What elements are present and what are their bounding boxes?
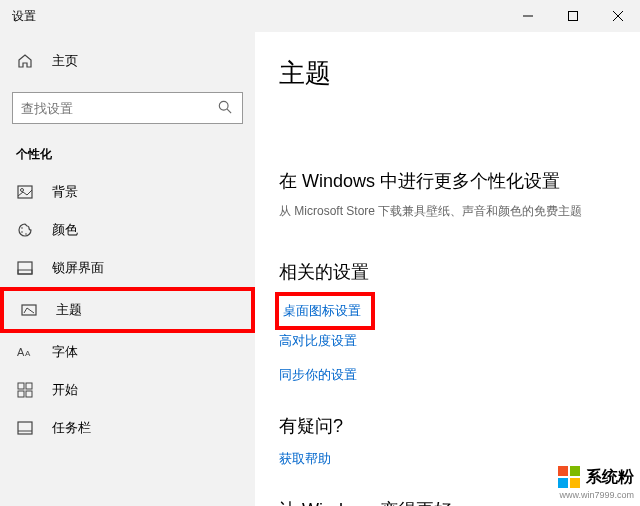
sidebar-item-fonts[interactable]: AA 字体 <box>0 333 255 371</box>
sidebar-item-colors[interactable]: 颜色 <box>0 211 255 249</box>
svg-rect-11 <box>18 262 32 274</box>
svg-line-5 <box>227 109 231 113</box>
close-button[interactable] <box>595 0 640 32</box>
minimize-button[interactable] <box>505 0 550 32</box>
sidebar-item-start[interactable]: 开始 <box>0 371 255 409</box>
sidebar-item-lockscreen[interactable]: 锁屏界面 <box>0 249 255 287</box>
svg-rect-19 <box>26 391 32 397</box>
home-nav[interactable]: 主页 <box>0 44 255 78</box>
category-header: 个性化 <box>0 140 255 173</box>
svg-point-9 <box>21 231 23 233</box>
search-icon <box>218 100 234 116</box>
highlight-desktop-icons: 桌面图标设置 <box>275 292 375 330</box>
svg-text:A: A <box>17 346 25 358</box>
lockscreen-icon <box>16 259 34 277</box>
taskbar-icon <box>16 419 34 437</box>
sidebar-item-label: 颜色 <box>52 221 78 239</box>
font-icon: AA <box>16 343 34 361</box>
link-high-contrast[interactable]: 高对比度设置 <box>279 332 640 350</box>
sidebar-item-taskbar[interactable]: 任务栏 <box>0 409 255 447</box>
sidebar-item-label: 开始 <box>52 381 78 399</box>
sidebar: 主页 个性化 背景 颜色 <box>0 32 255 506</box>
svg-rect-20 <box>18 422 32 434</box>
maximize-button[interactable] <box>550 0 595 32</box>
svg-point-7 <box>21 189 24 192</box>
page-title: 主题 <box>279 56 640 91</box>
svg-rect-18 <box>18 391 24 397</box>
sidebar-item-label: 字体 <box>52 343 78 361</box>
store-section-title: 在 Windows 中进行更多个性化设置 <box>279 169 640 193</box>
home-label: 主页 <box>52 52 78 70</box>
store-section-desc: 从 Microsoft Store 下载兼具壁纸、声音和颜色的免费主题 <box>279 203 640 220</box>
link-sync[interactable]: 同步你的设置 <box>279 366 640 384</box>
theme-icon <box>20 301 38 319</box>
sidebar-item-background[interactable]: 背景 <box>0 173 255 211</box>
svg-rect-12 <box>18 270 32 274</box>
sidebar-item-label: 背景 <box>52 183 78 201</box>
svg-point-10 <box>25 233 27 235</box>
related-section-title: 相关的设置 <box>279 260 640 284</box>
picture-icon <box>16 183 34 201</box>
start-icon <box>16 381 34 399</box>
svg-point-4 <box>219 101 228 110</box>
home-icon <box>16 52 34 70</box>
question-section-title: 有疑问? <box>279 414 640 438</box>
highlight-theme: 主题 <box>0 287 255 333</box>
search-input[interactable] <box>21 101 218 116</box>
link-desktop-icons[interactable]: 桌面图标设置 <box>283 302 361 320</box>
svg-text:A: A <box>25 349 31 358</box>
window-title: 设置 <box>12 8 36 25</box>
watermark-url: www.win7999.com <box>558 490 634 500</box>
main-panel: 主题 在 Windows 中进行更多个性化设置 从 Microsoft Stor… <box>255 32 640 506</box>
svg-rect-1 <box>568 12 577 21</box>
titlebar: 设置 <box>0 0 640 32</box>
window-controls <box>505 0 640 32</box>
palette-icon <box>16 221 34 239</box>
sidebar-item-label: 任务栏 <box>52 419 91 437</box>
search-box[interactable] <box>12 92 243 124</box>
ms-logo-icon <box>558 466 580 488</box>
svg-point-8 <box>21 227 23 229</box>
watermark: 系统粉 www.win7999.com <box>558 466 634 500</box>
sidebar-item-label: 主题 <box>56 301 82 319</box>
sidebar-item-label: 锁屏界面 <box>52 259 104 277</box>
svg-rect-16 <box>18 383 24 389</box>
watermark-text: 系统粉 <box>586 467 634 488</box>
sidebar-item-themes[interactable]: 主题 <box>4 291 251 329</box>
svg-rect-17 <box>26 383 32 389</box>
